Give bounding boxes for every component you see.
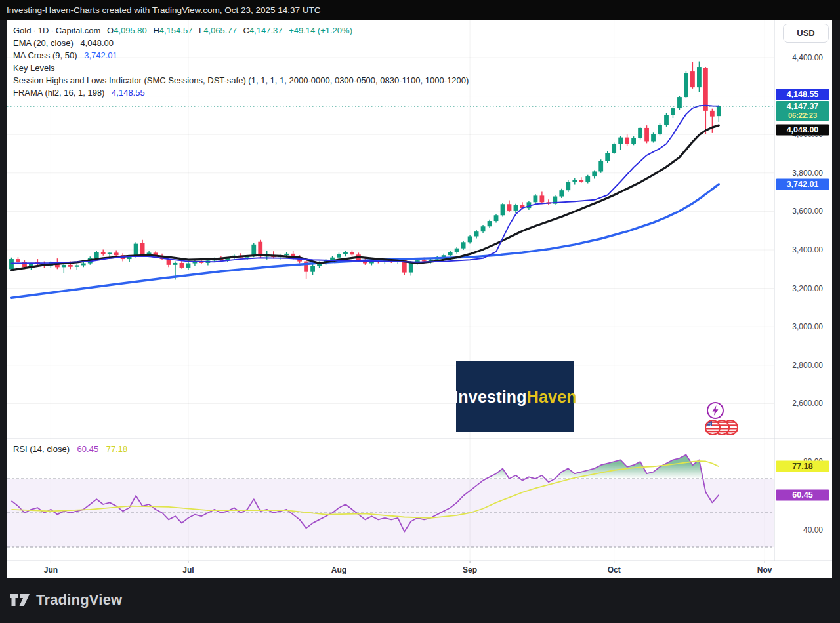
time-axis-month-label[interactable]: Nov bbox=[757, 565, 772, 574]
candle bbox=[501, 204, 505, 215]
candle bbox=[101, 252, 106, 254]
candle bbox=[173, 263, 178, 265]
chart-legend: Gold·1D·Capital.com O4,095.80 H4,154.57 … bbox=[13, 24, 469, 99]
candle bbox=[81, 264, 86, 266]
candle bbox=[461, 242, 466, 248]
candle bbox=[310, 266, 315, 272]
open-value: 4,095.80 bbox=[114, 26, 147, 35]
rsi-legend[interactable]: RSI (14, close) 60.45 77.18 bbox=[13, 444, 127, 454]
rsi-value: 60.45 bbox=[77, 444, 99, 454]
snapshot-title-bar: Investing-Haven-Charts created with Trad… bbox=[0, 0, 840, 20]
currency-label: USD bbox=[797, 28, 814, 38]
symbol-row[interactable]: Gold·1D·Capital.com O4,095.80 H4,154.57 … bbox=[13, 24, 469, 37]
event-us-flags-icon[interactable] bbox=[704, 418, 740, 440]
candle bbox=[677, 97, 682, 108]
candle bbox=[697, 67, 702, 87]
candle bbox=[651, 134, 656, 141]
price-scale-label: 4,147.3706:22:23 bbox=[776, 101, 830, 121]
candle bbox=[690, 71, 695, 87]
price-axis-tick[interactable]: 3,200.00 bbox=[792, 284, 823, 293]
price-axis-tick[interactable]: 3,800.00 bbox=[792, 169, 823, 178]
candle bbox=[455, 249, 459, 252]
candle bbox=[671, 108, 675, 115]
candle bbox=[592, 171, 597, 176]
candle bbox=[108, 252, 112, 254]
price-axis-tick[interactable]: 2,800.00 bbox=[792, 361, 823, 370]
open-label: O bbox=[107, 26, 114, 35]
snapshot-title: Investing-Haven-Charts created with Trad… bbox=[7, 5, 321, 15]
chart-panel: Gold·1D·Capital.com O4,095.80 H4,154.57 … bbox=[7, 20, 832, 578]
close-label: C bbox=[243, 26, 249, 35]
candle bbox=[16, 259, 20, 262]
candle bbox=[507, 204, 512, 211]
indicator-name: MA Cross (9, 50) bbox=[13, 50, 77, 60]
close-value: 4,147.37 bbox=[249, 26, 283, 35]
symbol-exchange[interactable]: Capital.com bbox=[56, 26, 101, 35]
indicator-row-macross[interactable]: MA Cross (9, 50) 3,742.01 bbox=[13, 49, 469, 62]
candle bbox=[572, 180, 577, 182]
indicator-value: 4,048.00 bbox=[80, 38, 114, 48]
candle bbox=[337, 254, 341, 257]
candle bbox=[717, 106, 721, 116]
price-scale-label: 4,048.00 bbox=[776, 125, 830, 136]
candle bbox=[114, 252, 119, 255]
tradingview-logo-icon bbox=[9, 593, 30, 607]
candle bbox=[9, 259, 14, 269]
candle bbox=[94, 252, 99, 258]
rsi-scale-label: 77.18 bbox=[776, 461, 830, 472]
candle bbox=[618, 138, 623, 144]
price-axis-tick[interactable]: 2,600.00 bbox=[792, 399, 823, 408]
symbol-name[interactable]: Gold bbox=[13, 26, 31, 35]
investinghaven-watermark: InvestingHaven bbox=[456, 361, 574, 432]
candle bbox=[68, 265, 73, 267]
candle bbox=[704, 68, 708, 111]
indicator-row-keylevels[interactable]: Key Levels bbox=[13, 62, 469, 74]
tradingview-logo-text: TradingView bbox=[36, 592, 122, 609]
indicator-row-frama[interactable]: FRAMA (hl2, 16, 1, 198) 4,148.55 bbox=[13, 87, 469, 99]
rsi-axis-tick[interactable]: 40.00 bbox=[803, 525, 823, 534]
candle bbox=[167, 259, 171, 265]
time-axis-month-label[interactable]: Sep bbox=[463, 565, 477, 574]
candle bbox=[605, 153, 610, 161]
time-axis-month-label[interactable]: Oct bbox=[608, 565, 621, 574]
tradingview-logo[interactable]: TradingView bbox=[9, 592, 122, 609]
time-axis-month-label[interactable]: Aug bbox=[331, 565, 346, 574]
rsi-scale-label: 60.45 bbox=[776, 490, 830, 501]
candle bbox=[638, 128, 642, 138]
candle bbox=[644, 128, 649, 142]
candle bbox=[448, 252, 453, 256]
candle bbox=[343, 252, 348, 254]
candle bbox=[579, 180, 583, 182]
price-scale-label: 3,742.01 bbox=[776, 179, 830, 190]
candle bbox=[612, 144, 616, 153]
high-label: H bbox=[153, 26, 159, 35]
candle bbox=[251, 245, 256, 256]
candle bbox=[658, 125, 662, 134]
time-axis-month-label[interactable]: Jun bbox=[44, 565, 58, 574]
candle bbox=[566, 182, 570, 190]
price-axis-tick[interactable]: 4,400.00 bbox=[792, 53, 823, 62]
indicator-row-sessions[interactable]: Session Highs and Lows Indicator (SMC Se… bbox=[13, 74, 469, 87]
watermark-part1: Investing bbox=[453, 388, 527, 406]
candle bbox=[75, 265, 79, 266]
candle bbox=[684, 73, 688, 97]
indicator-name: Session Highs and Lows Indicator (SMC Se… bbox=[13, 75, 469, 85]
currency-toggle-button[interactable]: USD bbox=[783, 24, 829, 43]
price-axis-tick[interactable]: 3,600.00 bbox=[792, 207, 823, 216]
indicator-name: FRAMA (hl2, 16, 1, 198) bbox=[13, 88, 104, 98]
time-axis-month-label[interactable]: Jul bbox=[182, 565, 194, 574]
rsi-indicator-name: RSI (14, close) bbox=[13, 444, 70, 454]
symbol-interval[interactable]: 1D bbox=[38, 26, 49, 35]
candle bbox=[147, 252, 152, 254]
price-axis-tick[interactable]: 3,000.00 bbox=[792, 322, 823, 331]
indicator-name: Key Levels bbox=[13, 63, 55, 73]
candle bbox=[62, 265, 66, 268]
indicator-row-ema[interactable]: EMA (20, close) 4,048.00 bbox=[13, 37, 469, 49]
price-axis-tick[interactable]: 3,400.00 bbox=[792, 245, 823, 254]
candle bbox=[598, 161, 603, 172]
candle bbox=[514, 205, 518, 211]
candle bbox=[534, 195, 538, 202]
chart-canvas[interactable] bbox=[7, 20, 832, 578]
candle bbox=[625, 138, 629, 144]
candle bbox=[350, 252, 354, 255]
